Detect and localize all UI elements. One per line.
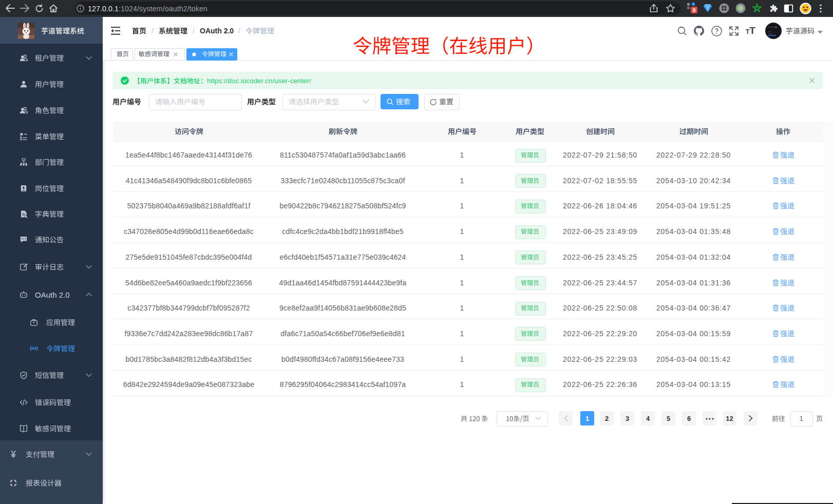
svg-text:9: 9 xyxy=(693,8,696,13)
svg-text:A: A xyxy=(33,346,35,350)
